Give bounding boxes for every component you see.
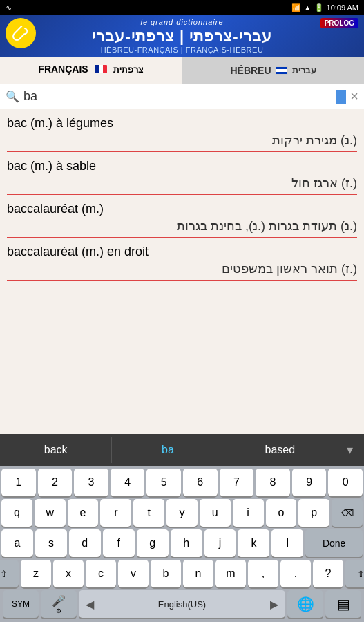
entry-hebrew: (.נ) מגירת ירקות <box>7 133 357 148</box>
language-label: English(US) <box>158 599 206 610</box>
bluetooth-icon: ∿ <box>6 3 12 12</box>
wifi-icon: 📶 <box>291 3 301 12</box>
key-8[interactable]: 8 <box>256 469 290 496</box>
autocomplete-ba[interactable]: ba <box>112 437 224 463</box>
key-2[interactable]: 2 <box>38 469 73 496</box>
key-f[interactable]: f <box>103 529 135 557</box>
key-k[interactable]: k <box>238 529 269 557</box>
flag-israel <box>276 66 288 75</box>
key-shift-right[interactable]: ⇧ <box>345 560 364 587</box>
shift-right-icon: ⇧ <box>357 569 365 579</box>
search-icon: 🔍 <box>6 90 19 103</box>
entry-french: baccalauréat (m.) <box>7 202 357 216</box>
key-v[interactable]: v <box>118 560 149 587</box>
key-l[interactable]: l <box>271 529 303 557</box>
key-question[interactable]: ? <box>313 560 343 587</box>
key-m[interactable]: m <box>215 560 246 587</box>
key-r[interactable]: r <box>100 499 131 527</box>
paperclip-icon <box>12 24 30 42</box>
tab-francais[interactable]: FRANÇAIS צרפתית <box>0 57 182 84</box>
keyboard-bottom-row: SYM 🎤 ⚙ ◀ English(US) ▶ 🌐 ▤ <box>1 590 363 621</box>
key-x[interactable]: x <box>53 560 84 587</box>
cursor-indicator <box>336 90 346 104</box>
keyboard-row-numbers: 1 2 3 4 5 6 7 8 9 0 <box>1 469 363 496</box>
autocomplete-bar: back ba based ▾ <box>0 434 364 466</box>
clear-button[interactable]: × <box>350 88 358 104</box>
autocomplete-back[interactable]: back <box>0 437 112 463</box>
key-j[interactable]: j <box>204 529 236 557</box>
autocomplete-based[interactable]: based <box>224 437 336 463</box>
key-4[interactable]: 4 <box>111 469 145 496</box>
chevron-down-icon: ▾ <box>347 442 353 458</box>
key-menu[interactable]: ▤ <box>325 590 361 618</box>
key-1[interactable]: 1 <box>1 469 36 496</box>
key-y[interactable]: y <box>166 499 198 527</box>
key-t[interactable]: t <box>133 499 164 527</box>
keyboard-row-zxcv: ⇧ z x c v b n m , . ? ⇧ <box>1 560 363 587</box>
key-globe[interactable]: 🌐 <box>287 590 323 618</box>
logo-circle <box>6 18 36 48</box>
key-9[interactable]: 9 <box>292 469 327 496</box>
entry-french: bac (m.) à légumes <box>7 116 357 131</box>
globe-icon: 🌐 <box>297 596 314 612</box>
key-n[interactable]: n <box>183 560 213 587</box>
arrow-left-icon: ◀ <box>86 598 94 611</box>
key-q[interactable]: q <box>1 499 32 527</box>
entry-french: baccalauréat (m.) en droit <box>7 245 357 259</box>
shift-icon: ⇧ <box>0 569 8 579</box>
header-top-row: le grand dictionnaire עברי-צרפתי | צרפתי… <box>6 18 358 54</box>
key-o[interactable]: o <box>266 499 297 527</box>
key-p[interactable]: p <box>298 499 329 527</box>
key-a[interactable]: a <box>1 529 33 557</box>
key-period[interactable]: . <box>280 560 311 587</box>
status-right-icons: 📶 ▲ 🔋 10:09 AM <box>291 3 358 12</box>
time-display: 10:09 AM <box>327 3 358 12</box>
tab-francais-sublabel: צרפתית <box>113 64 144 75</box>
autocomplete-back-label: back <box>44 444 68 455</box>
autocomplete-expand-button[interactable]: ▾ <box>336 442 364 458</box>
entry-hebrew: (.ז) ארגז חול <box>7 176 357 191</box>
key-language[interactable]: ◀ English(US) ▶ <box>79 590 285 618</box>
key-shift-left[interactable]: ⇧ <box>0 560 19 587</box>
keyboard-row-qwerty: q w e r t y u i o p ⌫ <box>1 499 363 527</box>
key-mic[interactable]: 🎤 ⚙ <box>41 590 77 618</box>
key-d[interactable]: d <box>69 529 101 557</box>
key-c[interactable]: c <box>86 560 116 587</box>
entry-hebrew: (.נ) תעודת בגרות (.נ), בחינת בגרות <box>7 218 357 234</box>
menu-icon: ▤ <box>337 596 350 612</box>
key-b[interactable]: b <box>151 560 181 587</box>
key-0[interactable]: 0 <box>328 469 363 496</box>
key-w[interactable]: w <box>35 499 66 527</box>
key-done[interactable]: Done <box>305 529 363 557</box>
tab-hebreu-label: HÉBREU <box>230 65 271 76</box>
dict-title-main: עברי-צרפתי | צרפתי-עברי <box>92 28 271 46</box>
key-sym[interactable]: SYM <box>3 590 39 618</box>
tab-hebreu-sublabel: עברית <box>292 65 316 75</box>
key-delete[interactable]: ⌫ <box>332 499 363 527</box>
header-banner: le grand dictionnaire עברי-צרפתי | צרפתי… <box>0 15 364 57</box>
entry-hebrew: (.ז) תואר ראשון במשפטים <box>7 261 357 276</box>
key-6[interactable]: 6 <box>183 469 218 496</box>
key-7[interactable]: 7 <box>220 469 254 496</box>
key-comma[interactable]: , <box>248 560 278 587</box>
search-bar: 🔍 × <box>0 84 364 109</box>
dict-subtitle: HÉBREU-FRANÇAIS | FRANÇAIS-HÉBREU <box>101 46 264 54</box>
key-z[interactable]: z <box>21 560 51 587</box>
key-e[interactable]: e <box>68 499 99 527</box>
key-5[interactable]: 5 <box>146 469 181 496</box>
autocomplete-ba-label: ba <box>162 444 174 455</box>
search-input[interactable] <box>23 89 331 104</box>
key-s[interactable]: s <box>35 529 67 557</box>
key-3[interactable]: 3 <box>74 469 108 496</box>
dict-title-top: le grand dictionnaire <box>140 18 223 26</box>
key-i[interactable]: i <box>233 499 264 527</box>
arrow-right-icon: ▶ <box>270 598 278 611</box>
key-h[interactable]: h <box>171 529 202 557</box>
key-u[interactable]: u <box>200 499 231 527</box>
dict-entries: bac (m.) à légumes (.נ) מגירת ירקות bac … <box>0 109 364 434</box>
key-g[interactable]: g <box>137 529 169 557</box>
tabs: FRANÇAIS צרפתית HÉBREU עברית <box>0 57 364 84</box>
list-item: baccalauréat (m.) (.נ) תעודת בגרות (.נ),… <box>7 195 357 238</box>
prolog-badge: PROLOG <box>320 18 358 28</box>
tab-hebreu[interactable]: HÉBREU עברית <box>182 57 364 84</box>
